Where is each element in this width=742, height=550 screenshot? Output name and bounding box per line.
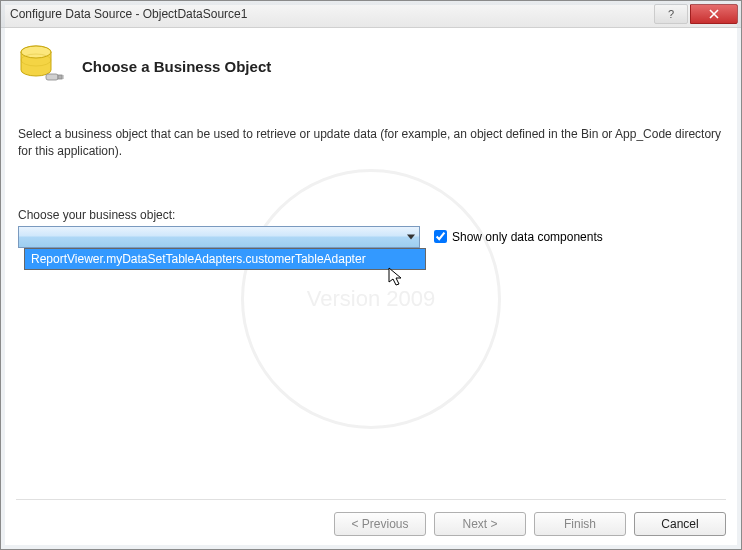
field-row: Show only data components ReportViewer.m… (18, 226, 724, 248)
cancel-button[interactable]: Cancel (634, 512, 726, 536)
help-icon: ? (668, 8, 674, 20)
dropdown-item[interactable]: ReportViewer.myDataSetTableAdapters.cust… (25, 249, 425, 269)
combo-dropdown: ReportViewer.myDataSetTableAdapters.cust… (24, 248, 426, 270)
wizard-header: Choose a Business Object (12, 36, 730, 104)
close-icon (709, 9, 719, 19)
svg-rect-4 (58, 75, 62, 79)
instruction-text: Select a business object that can be use… (18, 126, 724, 160)
combo-label: Choose your business object: (18, 208, 724, 222)
window-title: Configure Data Source - ObjectDataSource… (10, 7, 654, 21)
chevron-down-icon (407, 234, 415, 239)
previous-button[interactable]: < Previous (334, 512, 426, 536)
titlebar-buttons: ? (654, 4, 738, 24)
checkbox-input[interactable] (434, 230, 447, 243)
business-object-combo[interactable] (18, 226, 420, 248)
svg-point-1 (21, 46, 51, 58)
next-button[interactable]: Next > (434, 512, 526, 536)
close-button[interactable] (690, 4, 738, 24)
wizard-buttons: < Previous Next > Finish Cancel (16, 499, 726, 536)
database-icon (16, 42, 64, 90)
titlebar: Configure Data Source - ObjectDataSource… (0, 0, 742, 28)
help-button[interactable]: ? (654, 4, 688, 24)
show-only-data-checkbox[interactable]: Show only data components (434, 230, 603, 244)
checkbox-label: Show only data components (452, 230, 603, 244)
wizard-content: Version 2009 Choose a Business Object Se… (0, 28, 742, 550)
svg-rect-3 (46, 74, 58, 80)
finish-button[interactable]: Finish (534, 512, 626, 536)
page-title: Choose a Business Object (82, 58, 271, 75)
